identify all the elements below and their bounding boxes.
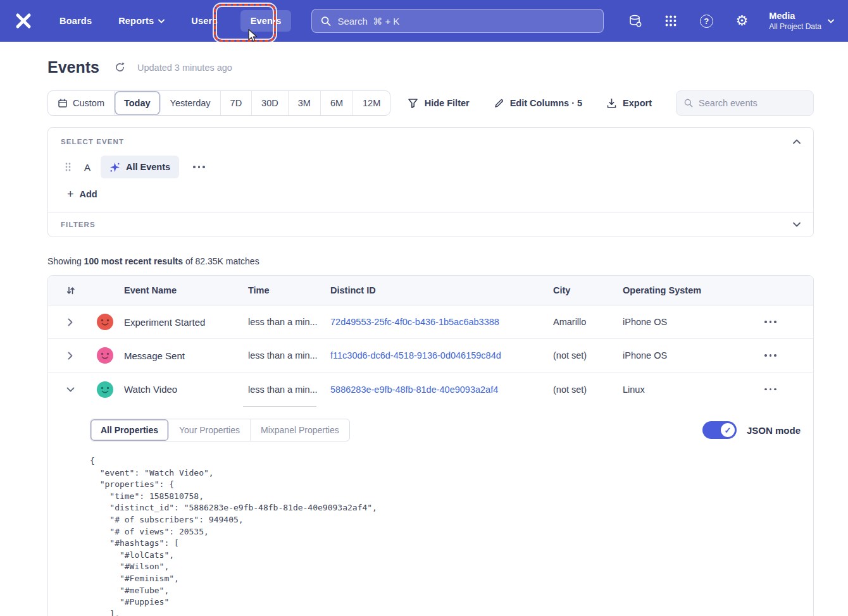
all-events-label: All Events <box>126 162 170 172</box>
filters-label: FILTERS <box>61 221 96 228</box>
date-range-label: Yesterday <box>170 98 211 108</box>
toggle-check-icon: ✓ <box>721 423 735 437</box>
select-event-header[interactable]: SELECT EVENT <box>48 128 813 152</box>
edit-columns-label: Edit Columns · 5 <box>510 98 582 108</box>
cell-time: less than a min... <box>242 385 324 395</box>
date-range-label: Today <box>124 98 151 108</box>
global-search-input[interactable] <box>337 16 594 27</box>
cell-distinct-id[interactable]: 72d49553-25fc-4f0c-b436-1b5ac6ab3388 <box>324 317 547 327</box>
events-search[interactable] <box>676 90 814 116</box>
select-event-card: SELECT EVENT A All Events + Add FILTERS <box>47 127 814 237</box>
date-range-12m[interactable]: 12M <box>353 91 390 115</box>
date-range-label: 3M <box>298 98 311 108</box>
chevron-down-icon <box>158 19 165 23</box>
edit-columns-button[interactable]: Edit Columns · 5 <box>494 98 582 109</box>
data-management-icon[interactable] <box>627 13 644 29</box>
nav-item-boards[interactable]: Boards <box>56 10 96 32</box>
add-event-button[interactable]: + Add <box>67 188 97 200</box>
cell-distinct-id[interactable]: 5886283e-e9fb-48fb-81de-40e9093a2af4 <box>324 385 547 395</box>
mixpanel-logo-icon[interactable] <box>14 11 33 30</box>
export-button[interactable]: Export <box>606 98 652 109</box>
collapse-row-icon[interactable] <box>61 381 79 398</box>
date-range-yesterday[interactable]: Yesterday <box>161 91 221 115</box>
filters-section-header[interactable]: FILTERS <box>48 212 813 237</box>
column-header-time[interactable]: Time <box>242 285 324 295</box>
tab-all-properties[interactable]: All Properties <box>90 419 169 441</box>
apps-grid-icon[interactable] <box>663 13 679 29</box>
cell-os: iPhone OS <box>616 350 728 360</box>
results-count: 100 most recent results <box>84 256 183 266</box>
hide-filter-button[interactable]: Hide Filter <box>408 98 470 109</box>
properties-tab-group: All Properties Your Properties Mixpanel … <box>90 419 350 441</box>
row-more-button[interactable] <box>761 350 780 360</box>
date-range-label: Custom <box>73 98 104 108</box>
event-avatar <box>92 381 118 398</box>
add-label: Add <box>80 189 97 199</box>
global-search[interactable] <box>311 9 604 33</box>
date-range-30d[interactable]: 30D <box>252 91 289 115</box>
nav-label-users: Users <box>191 16 217 26</box>
updated-text: Updated 3 minutes ago <box>137 63 232 73</box>
json-mode-toggle[interactable]: ✓ <box>702 421 737 439</box>
toolbar-right: Hide Filter Edit Columns · 5 Export <box>408 90 814 116</box>
project-switcher[interactable]: Media All Project Data <box>769 11 834 31</box>
cell-event-name: Experiment Started <box>118 317 242 328</box>
cell-city: Amarillo <box>547 317 616 327</box>
main-content: Events Updated 3 minutes ago Custom Toda… <box>0 42 848 616</box>
project-subtitle: All Project Data <box>769 22 821 31</box>
row-more-button[interactable] <box>761 385 780 395</box>
tab-your-properties[interactable]: Your Properties <box>169 419 251 441</box>
help-icon[interactable]: ? <box>698 13 714 29</box>
top-navbar: Boards Reports Users Events ? ⚙ Media Al… <box>0 0 848 42</box>
date-range-label: 12M <box>363 98 380 108</box>
column-header-distinct-id[interactable]: Distinct ID <box>324 285 547 295</box>
export-label: Export <box>623 98 652 108</box>
expand-row-icon[interactable] <box>61 347 79 364</box>
expand-row-icon[interactable] <box>61 313 79 331</box>
column-header-os[interactable]: Operating System <box>616 285 728 295</box>
table-row-expanded[interactable]: Watch Video less than a min... 5886283e-… <box>48 373 813 406</box>
event-row: A All Events <box>48 152 813 178</box>
chevron-down-icon[interactable] <box>793 222 801 227</box>
column-header-event-name[interactable]: Event Name <box>118 285 242 295</box>
calendar-icon <box>58 98 68 108</box>
date-range-custom[interactable]: Custom <box>48 91 115 115</box>
step-letter: A <box>84 162 90 173</box>
navbar-right: ? ⚙ Media All Project Data <box>627 11 834 31</box>
all-events-chip[interactable]: All Events <box>101 156 179 178</box>
event-avatar <box>92 314 118 330</box>
table-row[interactable]: Experiment Started less than a min... 72… <box>48 305 813 339</box>
cell-event-name: Message Sent <box>118 350 242 361</box>
table-header: Event Name Time Distinct ID City Operati… <box>48 276 813 305</box>
nav-item-reports[interactable]: Reports <box>115 10 168 32</box>
table-row[interactable]: Message Sent less than a min... f11c30d6… <box>48 339 813 373</box>
chevron-up-icon[interactable] <box>793 139 801 144</box>
date-range-3m[interactable]: 3M <box>289 91 321 115</box>
drag-handle-icon[interactable] <box>65 162 72 172</box>
date-range-7d[interactable]: 7D <box>221 91 253 115</box>
settings-gear-icon[interactable]: ⚙ <box>733 13 750 29</box>
cell-distinct-id[interactable]: f11c30d6-dc6d-4518-9136-0d046159c84d <box>324 350 547 360</box>
sort-icon[interactable] <box>48 286 92 295</box>
toolbar: Custom Today Yesterday 7D 30D 3M 6M 12M … <box>47 90 814 116</box>
date-range-today[interactable]: Today <box>115 91 161 115</box>
event-more-button[interactable] <box>189 162 209 172</box>
nav-item-users[interactable]: Users <box>187 10 221 32</box>
cell-os: iPhone OS <box>616 317 728 327</box>
row-more-button[interactable] <box>761 317 780 327</box>
nav-label-reports: Reports <box>118 16 154 26</box>
refresh-icon[interactable] <box>112 59 128 76</box>
nav-item-events[interactable]: Events <box>240 10 292 32</box>
events-search-input[interactable] <box>699 98 806 108</box>
results-suffix: of 82.35K matches <box>183 256 259 266</box>
results-prefix: Showing <box>47 256 84 266</box>
hide-filter-label: Hide Filter <box>425 98 470 108</box>
event-json-view: { "event": "Watch Video", "properties": … <box>90 455 801 616</box>
time-cell-underline <box>243 406 316 407</box>
tab-mixpanel-properties[interactable]: Mixpanel Properties <box>251 419 349 441</box>
column-header-city[interactable]: City <box>547 285 616 295</box>
date-range-label: 6M <box>330 98 343 108</box>
page-title: Events <box>47 58 99 77</box>
date-range-6m[interactable]: 6M <box>321 91 353 115</box>
cell-time: less than a min... <box>242 317 324 327</box>
